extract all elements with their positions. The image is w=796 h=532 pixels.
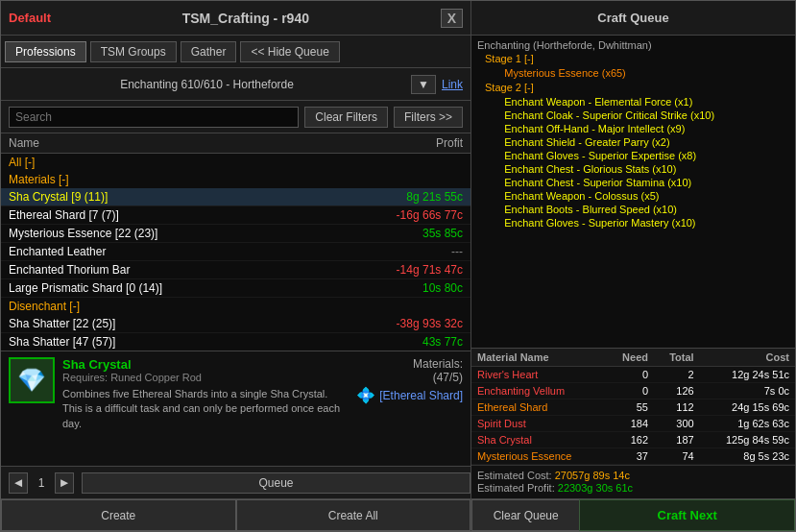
item-profit: -16g 66s 77c (348, 208, 463, 222)
profit-column-header: Profit (348, 136, 463, 150)
item-profit: 8g 21s 55c (348, 190, 463, 204)
queue-item: Enchant Chest - Glorious Stats (x10) (477, 162, 789, 176)
char-name-display: Enchanting 610/610 - Hortheforde (9, 78, 405, 91)
item-name: Sha Shatter [22 (25)] (9, 317, 348, 330)
qty-decrease-button[interactable]: ◄ (9, 472, 28, 494)
mat-cost: 8g 5s 23c (700, 448, 795, 465)
default-label: Default (9, 11, 51, 25)
item-name: Enchanted Thorium Bar (9, 263, 348, 277)
qty-display: 1 (32, 476, 51, 490)
queue-title: Craft Queue (471, 1, 795, 36)
list-header: Name Profit (1, 133, 470, 154)
estimated-cost-line: Estimated Cost: 27057g 89s 14c (477, 470, 789, 481)
detail-info: Sha Crystal Requires: Runed Copper Rod C… (62, 357, 349, 460)
window-title: TSM_Crafting - r940 (182, 11, 309, 26)
item-name: Enchanted Leather (9, 245, 348, 258)
mat-name: Enchanting Vellum (471, 383, 607, 399)
category-materials[interactable]: Materials [-] (1, 171, 470, 188)
mat-name: River's Heart (471, 367, 607, 383)
professions-button[interactable]: Professions (5, 41, 86, 62)
item-profit: 43s 77c (348, 335, 463, 349)
clear-filters-button[interactable]: Clear Filters (304, 107, 388, 128)
list-item[interactable]: Enchanted Leather --- (1, 243, 470, 261)
table-row: Mysterious Essence 37 74 8g 5s 23c (471, 448, 795, 465)
list-item[interactable]: Sha Crystal [9 (11)] 8g 21s 55c (1, 188, 470, 206)
detail-panel: 💎 Sha Crystal Requires: Runed Copper Rod… (1, 351, 470, 466)
char-bar: Enchanting 610/610 - Hortheforde ▼ Link (1, 68, 470, 101)
mat-name: Sha Crystal (471, 432, 607, 448)
mat-need: 37 (607, 448, 655, 465)
item-icon: 💎 (9, 357, 55, 403)
queue-item: Enchant Off-Hand - Major Intellect (x9) (477, 122, 789, 135)
clear-queue-button[interactable]: Clear Queue (471, 499, 579, 531)
mat-name: Ethereal Shard (471, 399, 607, 416)
list-item[interactable]: Sha Shatter [22 (25)] -38g 93s 32c (1, 315, 470, 333)
category-disenchant[interactable]: Disenchant [-] (1, 298, 470, 315)
estimated-profit-line: Estimated Profit: 22303g 30s 61c (477, 482, 789, 494)
mat-total-header: Total (654, 349, 700, 367)
mat-need: 0 (607, 367, 655, 383)
queue-item: Enchant Weapon - Elemental Force (x1) (477, 95, 789, 109)
item-profit: 35s 85c (348, 227, 463, 240)
filters-button[interactable]: Filters >> (394, 107, 463, 128)
item-profit: -38g 93s 32c (348, 317, 463, 330)
hide-queue-button[interactable]: << Hide Queue (240, 41, 339, 62)
craft-next-button[interactable]: Craft Next (579, 499, 795, 531)
qty-increase-button[interactable]: ► (55, 472, 74, 494)
queue-stage1-label: Stage 1 [-] (477, 53, 789, 64)
mat-cost-header: Cost (700, 349, 795, 367)
list-item[interactable]: Sha Shatter [47 (57)] 43s 77c (1, 333, 470, 351)
link-button[interactable]: Link (442, 78, 463, 91)
materials-count: (47/5) (356, 371, 463, 384)
queue-item: Enchant Gloves - Superior Mastery (x10) (477, 216, 789, 230)
create-button[interactable]: Create (1, 499, 236, 531)
queue-item: Enchant Shield - Greater Parry (x2) (477, 135, 789, 149)
queue-item: Enchant Cloak - Superior Critical Strike… (477, 109, 789, 122)
mat-cost: 1g 62s 63c (700, 416, 795, 432)
mat-need: 0 (607, 383, 655, 399)
queue-enchant-info: Enchanting (Hortheforde, Dwhittman) (477, 39, 789, 51)
material-link[interactable]: [Ethereal Shard] (379, 389, 463, 402)
mat-total: 112 (654, 399, 700, 416)
mat-name: Spirit Dust (471, 416, 607, 432)
item-list: All [-] Materials [-] Sha Crystal [9 (11… (1, 154, 470, 351)
mat-cost: 24g 15s 69c (700, 399, 795, 416)
table-row: Enchanting Vellum 0 126 7s 0c (471, 383, 795, 399)
close-button[interactable]: X (441, 9, 463, 28)
nav-bar: Professions TSM Groups Gather << Hide Qu… (1, 36, 470, 68)
list-item[interactable]: Ethereal Shard [7 (7)] -16g 66s 77c (1, 206, 470, 225)
list-item[interactable]: Mysterious Essence [22 (23)] 35s 85c (1, 225, 470, 243)
item-profit: 10s 80c (348, 281, 463, 295)
queue-item: Mysterious Essence (x65) (477, 66, 789, 80)
search-input[interactable] (9, 107, 299, 128)
queue-button[interactable]: Queue (82, 472, 470, 494)
queue-list: Enchanting (Hortheforde, Dwhittman) Stag… (471, 36, 795, 348)
list-item[interactable]: Large Prismatic Shard [0 (14)] 10s 80c (1, 279, 470, 298)
mat-need: 184 (607, 416, 655, 432)
detail-title: Sha Crystal (62, 357, 349, 372)
materials-section: Material Name Need Total Cost River's He… (471, 348, 795, 465)
materials-table: Material Name Need Total Cost River's He… (471, 349, 795, 465)
mat-cost: 12g 24s 51c (700, 367, 795, 383)
category-all[interactable]: All [-] (1, 154, 470, 171)
mat-total: 74 (654, 448, 700, 465)
estimated-cost-value: 27057g 89s 14c (555, 470, 630, 481)
list-item[interactable]: Enchanted Thorium Bar -14g 71s 47c (1, 261, 470, 279)
table-row: Sha Crystal 162 187 125g 84s 59c (471, 432, 795, 448)
mat-total: 2 (654, 367, 700, 383)
tsm-groups-button[interactable]: TSM Groups (90, 41, 177, 62)
table-row: Ethereal Shard 55 112 24g 15s 69c (471, 399, 795, 416)
item-profit: --- (348, 245, 463, 258)
create-all-button[interactable]: Create All (236, 499, 471, 531)
estimated-profit-label: Estimated Profit: (477, 482, 555, 494)
search-bar: Clear Filters Filters >> (1, 101, 470, 133)
char-arrow-button[interactable]: ▼ (411, 75, 436, 94)
item-name: Sha Shatter [47 (57)] (9, 335, 348, 349)
mat-need: 162 (607, 432, 655, 448)
bottom-queue-control: ◄ 1 ► Queue (1, 466, 470, 498)
mat-total: 300 (654, 416, 700, 432)
mat-name-header: Material Name (471, 349, 607, 367)
item-name: Sha Crystal [9 (11)] (9, 190, 348, 204)
gather-button[interactable]: Gather (181, 41, 237, 62)
queue-item: Enchant Chest - Superior Stamina (x10) (477, 176, 789, 189)
